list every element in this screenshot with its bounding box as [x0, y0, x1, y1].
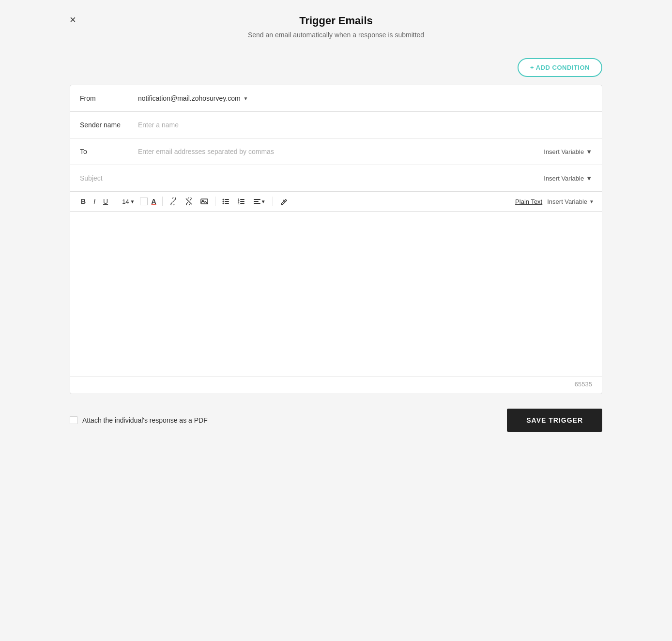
- subject-insert-variable-arrow-icon: ▼: [586, 175, 592, 182]
- page-title: Trigger Emails: [70, 15, 602, 27]
- underline-button[interactable]: U: [100, 196, 111, 207]
- footer-row: Attach the individual's response as a PD…: [70, 409, 602, 451]
- to-input[interactable]: [138, 148, 544, 155]
- font-size-button[interactable]: 14 ▼: [119, 196, 137, 207]
- svg-rect-15: [240, 203, 244, 204]
- subject-input[interactable]: [80, 174, 544, 182]
- unordered-list-button[interactable]: [219, 196, 233, 207]
- svg-rect-7: [225, 201, 229, 202]
- subject-insert-variable-button[interactable]: Insert Variable ▼: [544, 175, 592, 182]
- unlink-icon: [185, 198, 193, 205]
- toolbar-divider-3: [215, 197, 215, 206]
- alignment-icon: [253, 198, 261, 205]
- color-picker-button[interactable]: [140, 198, 148, 205]
- sender-name-input[interactable]: [138, 121, 592, 129]
- attach-pdf-checkbox[interactable]: [70, 416, 77, 424]
- svg-rect-11: [240, 199, 244, 200]
- svg-rect-13: [240, 201, 244, 202]
- from-label: From: [80, 94, 138, 102]
- text-color-a-icon: A: [152, 198, 156, 205]
- font-size-arrow-icon: ▼: [130, 199, 135, 204]
- alignment-button[interactable]: ▼: [250, 196, 269, 207]
- svg-rect-5: [225, 199, 229, 200]
- svg-rect-16: [254, 199, 260, 200]
- to-insert-variable-label: Insert Variable: [544, 148, 584, 155]
- image-icon: [200, 198, 208, 205]
- svg-point-8: [222, 203, 224, 204]
- svg-point-4: [222, 199, 224, 200]
- toolbar-divider-4: [273, 197, 273, 206]
- link-button[interactable]: [167, 196, 180, 207]
- header: Trigger Emails Send an email automatical…: [70, 15, 602, 39]
- to-label: To: [80, 148, 138, 155]
- attach-pdf-label: Attach the individual's response as a PD…: [82, 416, 208, 424]
- body-insert-variable-button[interactable]: Insert Variable ▼: [547, 198, 594, 205]
- bold-button[interactable]: B: [78, 196, 89, 207]
- email-form: From notification@mail.zohosurvey.com ▼ …: [70, 85, 602, 394]
- from-row: From notification@mail.zohosurvey.com ▼: [70, 85, 602, 112]
- svg-rect-17: [254, 201, 259, 202]
- body-insert-variable-label: Insert Variable: [547, 198, 587, 205]
- sender-name-label: Sender name: [80, 121, 138, 129]
- to-row: To Insert Variable ▼: [70, 138, 602, 165]
- italic-button[interactable]: I: [91, 196, 98, 207]
- to-insert-variable-arrow-icon: ▼: [586, 148, 592, 155]
- font-size-value: 14: [122, 198, 129, 205]
- subject-insert-variable-label: Insert Variable: [544, 175, 584, 182]
- ordered-list-button[interactable]: 1. 2. 3.: [235, 196, 248, 207]
- svg-rect-18: [254, 203, 260, 204]
- editor-toolbar: B I U 14 ▼ A: [70, 192, 602, 212]
- image-button[interactable]: [198, 196, 211, 207]
- add-condition-button[interactable]: + ADD CONDITION: [518, 58, 602, 77]
- from-dropdown-arrow-icon: ▼: [244, 96, 248, 101]
- page-subtitle: Send an email automatically when a respo…: [70, 31, 602, 39]
- char-count: 65535: [70, 376, 602, 394]
- text-color-button[interactable]: A: [150, 197, 158, 206]
- body-insert-variable-arrow-icon: ▼: [589, 199, 594, 204]
- eraser-button[interactable]: [277, 196, 290, 207]
- svg-rect-9: [225, 203, 229, 204]
- svg-text:3.: 3.: [238, 202, 240, 205]
- svg-point-6: [222, 201, 224, 202]
- from-dropdown[interactable]: notification@mail.zohosurvey.com ▼: [138, 94, 248, 102]
- to-insert-variable-button[interactable]: Insert Variable ▼: [544, 148, 592, 155]
- eraser-icon: [280, 198, 288, 205]
- email-body-editor[interactable]: [70, 212, 602, 376]
- attach-row: Attach the individual's response as a PD…: [70, 416, 208, 424]
- from-email: notification@mail.zohosurvey.com: [138, 94, 241, 102]
- unlink-button[interactable]: [182, 196, 196, 207]
- sender-name-row: Sender name: [70, 112, 602, 138]
- link-icon: [169, 198, 177, 205]
- ordered-list-icon: 1. 2. 3.: [238, 198, 245, 205]
- close-button[interactable]: ×: [70, 15, 76, 25]
- toolbar-divider-2: [162, 197, 163, 206]
- unordered-list-icon: [222, 198, 230, 205]
- add-condition-row: + ADD CONDITION: [70, 58, 602, 77]
- svg-line-0: [173, 201, 174, 202]
- subject-row: Insert Variable ▼: [70, 165, 602, 192]
- plain-text-button[interactable]: Plain Text: [512, 196, 545, 207]
- toolbar-divider-1: [115, 197, 115, 206]
- save-trigger-button[interactable]: SAVE TRIGGER: [507, 409, 602, 432]
